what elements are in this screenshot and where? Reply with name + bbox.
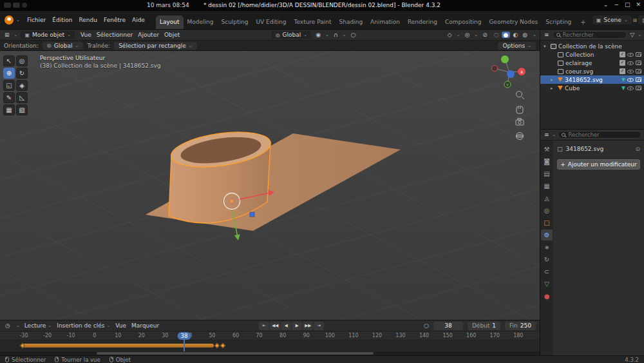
gizmo-y-arrowhead[interactable] xyxy=(234,234,240,240)
outliner-root-row[interactable]: ▾ Collection de la scène xyxy=(540,42,644,50)
expand-chevron-icon[interactable]: ▸ xyxy=(551,86,556,91)
properties-tab[interactable]: ▽ xyxy=(541,279,553,289)
snap-magnet-icon[interactable]: ∩ xyxy=(332,32,339,38)
camera-view-icon[interactable] xyxy=(516,119,524,126)
scene-selector[interactable]: ▣ Scene ⌄ xyxy=(592,15,632,25)
render-visibility-icon[interactable] xyxy=(636,69,641,74)
properties-tab[interactable]: ∗ xyxy=(541,242,553,253)
proportional-editing-icon[interactable]: ○ xyxy=(349,32,357,38)
workspace-pill-icon[interactable] xyxy=(4,3,11,8)
zoom-icon[interactable] xyxy=(516,92,525,100)
system-clock[interactable]: 10 mars 08:54 xyxy=(147,2,189,8)
timeline-menu-item[interactable]: Lecture ⌄ xyxy=(24,322,52,329)
outliner-item-row[interactable]: ▸ Collection ✓ xyxy=(540,50,644,59)
menu-item[interactable]: Fenêtre xyxy=(100,15,129,25)
workspace-pill-icon[interactable] xyxy=(13,3,20,8)
playback-button[interactable]: ▶▶ xyxy=(303,322,313,330)
workspace-tab[interactable]: Compositing xyxy=(441,15,485,29)
axis-ball-blue[interactable] xyxy=(507,70,515,78)
tool-button[interactable]: ▧ xyxy=(16,104,28,115)
scrollbar-thumb[interactable] xyxy=(97,352,374,355)
properties-tab[interactable]: ● xyxy=(541,291,553,302)
outliner-editor-icon[interactable]: ≡ xyxy=(543,32,551,38)
axis-ball-green[interactable] xyxy=(501,55,509,63)
exclude-checkbox-icon[interactable]: ✓ xyxy=(620,60,625,66)
properties-search[interactable] xyxy=(558,131,641,139)
tool-button[interactable]: ◱ xyxy=(3,80,15,91)
outliner-item-row[interactable]: ▸ coeur.svg ✓ xyxy=(540,67,644,75)
frame-end-field[interactable]: Fin 250 xyxy=(505,322,536,330)
timeline-menu-item[interactable]: Insertion de clés ⌄ xyxy=(57,322,110,329)
properties-tab[interactable]: ⊂ xyxy=(541,266,553,277)
keyframe-diamond[interactable] xyxy=(220,343,225,348)
outliner-item-row[interactable]: ▸ eclairage ✓ xyxy=(540,59,644,67)
tool-button[interactable]: ◎ xyxy=(16,55,28,66)
properties-editor-icon[interactable]: ≡ xyxy=(543,132,551,138)
playback-button[interactable]: ◀ xyxy=(281,322,291,330)
timeline-ruler[interactable]: -30-20-100102030405060708090100110120130… xyxy=(0,331,540,340)
outliner-item-row[interactable]: ▸ Cube ✓ xyxy=(540,84,644,92)
eye-visibility-icon[interactable] xyxy=(627,53,634,57)
navigation-gizmo[interactable]: X Y xyxy=(492,55,526,88)
exclude-checkbox-icon[interactable]: ✓ xyxy=(620,68,625,74)
render-visibility-icon[interactable] xyxy=(636,61,641,65)
filter-icon[interactable]: ▽ xyxy=(629,32,636,38)
properties-search-input[interactable] xyxy=(568,132,638,138)
tool-button[interactable]: ◺ xyxy=(16,92,28,103)
timeline-menu-item[interactable]: Vue ⌄ xyxy=(115,322,126,329)
overlays-toggle-icon[interactable]: ◎ xyxy=(463,32,471,38)
add-workspace-button[interactable]: + xyxy=(576,15,589,29)
viewport-canvas[interactable]: X Y xyxy=(0,51,540,320)
breadcrumb-object-name[interactable]: 3418652.svg xyxy=(566,146,604,152)
playback-button[interactable]: ⇤ xyxy=(259,322,269,330)
add-modifier-button[interactable]: + Ajouter un modificateur xyxy=(557,159,640,170)
workspace-tab[interactable]: Geometry Nodes xyxy=(485,15,542,29)
workspace-tab[interactable]: Shading xyxy=(336,15,367,29)
render-visibility-icon[interactable] xyxy=(636,52,641,57)
properties-tab[interactable]: ◎ xyxy=(541,205,553,216)
tool-button[interactable]: ↻ xyxy=(16,68,28,79)
eye-visibility-icon[interactable] xyxy=(627,61,634,65)
window-control-button[interactable]: ✕ xyxy=(636,1,641,8)
viewport-menu-item[interactable]: Vue xyxy=(78,31,94,39)
shading-mode-button[interactable]: ◐ xyxy=(511,32,520,38)
viewport-menu-item[interactable]: Sélectionner xyxy=(94,31,135,39)
timeline-tracks[interactable] xyxy=(0,340,540,352)
activities-dot-icon[interactable] xyxy=(22,3,27,8)
shading-mode-button[interactable]: ◍ xyxy=(520,32,529,38)
tool-button[interactable]: ▦ xyxy=(3,104,15,115)
editor-type-icon[interactable]: ⊞ xyxy=(3,32,11,38)
eye-visibility-icon[interactable] xyxy=(627,78,634,82)
gizmos-toggle-icon[interactable]: ◇ xyxy=(446,32,453,38)
blender-logo-icon[interactable] xyxy=(5,15,14,25)
properties-tab[interactable]: ⚒ xyxy=(541,144,553,155)
window-control-button[interactable]: ⌄ xyxy=(603,1,609,8)
ortho-toggle-icon[interactable] xyxy=(516,133,524,140)
timeline-editor-icon[interactable]: ◷ xyxy=(4,322,12,329)
properties-tab[interactable]: ▦ xyxy=(541,181,553,191)
eye-visibility-icon[interactable] xyxy=(627,70,634,74)
menu-item[interactable]: Rendu xyxy=(75,15,100,25)
frame-start-field[interactable]: Début 1 xyxy=(468,322,500,330)
workspace-tab[interactable]: Texture Paint xyxy=(290,15,335,29)
pivot-point-icon[interactable]: ◉ xyxy=(314,32,322,38)
tool-button[interactable]: ✎ xyxy=(3,92,15,103)
viewlayer-selector[interactable]: ▥ ViewLayer ⌄ xyxy=(638,15,644,25)
pan-hand-icon[interactable] xyxy=(516,106,523,113)
xray-toggle-icon[interactable]: ⊘ xyxy=(481,32,489,38)
scene-object-3418652[interactable] xyxy=(169,126,273,223)
playhead-line[interactable] xyxy=(184,339,185,352)
axis-ball-neg-x[interactable] xyxy=(492,66,498,72)
eye-visibility-icon[interactable] xyxy=(627,86,634,90)
menu-item[interactable]: Aide xyxy=(129,15,148,25)
expand-chevron-icon[interactable]: ▾ xyxy=(544,44,549,49)
drag-mode-dropdown[interactable]: Sélection par rectangle ⌄ xyxy=(114,42,197,50)
viewport-menu-item[interactable]: Ajouter xyxy=(135,31,162,39)
workspace-tab[interactable]: Animation xyxy=(366,15,404,29)
playback-button[interactable]: ◀◀ xyxy=(270,322,280,330)
3d-viewport[interactable]: X Y Perspective Utilisateur (38) Collect… xyxy=(0,51,540,320)
outliner-item-row[interactable]: ▸ 3418652.svg ✓ xyxy=(540,75,644,84)
pin-icon[interactable]: ⊙ xyxy=(635,146,640,152)
expand-chevron-icon[interactable]: ▸ xyxy=(551,77,556,83)
properties-tab[interactable]: ◬ xyxy=(541,193,553,204)
